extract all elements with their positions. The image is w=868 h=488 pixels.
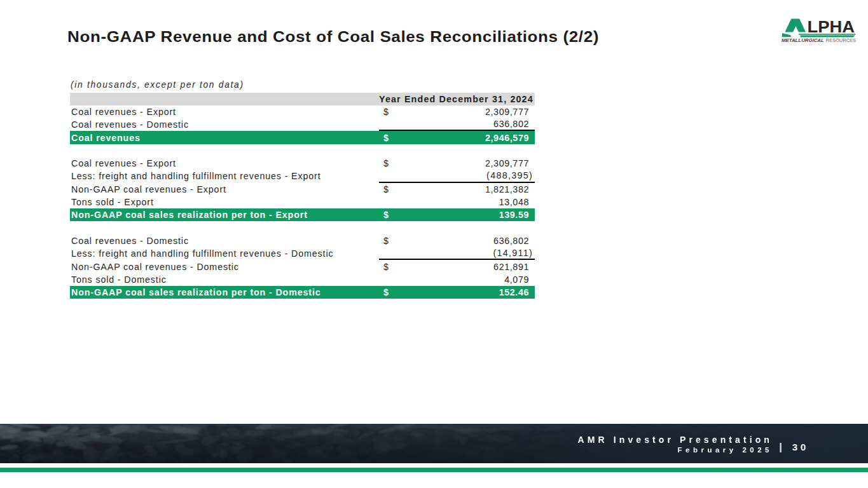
svg-text:LPHA: LPHA <box>808 18 855 36</box>
svg-text:METALLURGICAL: METALLURGICAL <box>782 37 824 43</box>
svg-text:RESOURCES: RESOURCES <box>826 37 857 43</box>
